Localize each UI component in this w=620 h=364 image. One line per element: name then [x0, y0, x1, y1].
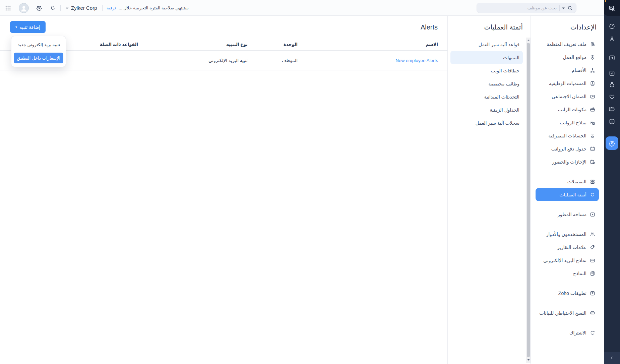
company-switcher[interactable]: Zylker Corp — [65, 0, 97, 16]
sidebar-item-label: المستخدمون والأدوار — [546, 232, 586, 237]
tasks-check-icon[interactable] — [609, 70, 616, 77]
column-header-name[interactable]: الاسم — [307, 42, 447, 47]
sidebar-item-label: مكونات الراتب — [558, 107, 586, 112]
trial-banner: ستنتهي صلاحية الفترة التجريبية خلال ... … — [107, 0, 189, 16]
menu-item-in-app-notifications[interactable]: الإشعارات داخل التطبيق — [14, 53, 63, 63]
automation-item-alerts-active[interactable]: التنبيهات — [450, 51, 523, 64]
sidebar-item-departments[interactable]: الأقسام — [536, 64, 599, 77]
sidebar-item-bank-accounts[interactable]: الحسابات المصرفية — [536, 129, 599, 142]
departments-icon — [590, 67, 596, 73]
org-profile-icon — [590, 41, 596, 47]
automation-item-label: وظائف مخصصة — [488, 81, 519, 86]
money-bag-icon[interactable] — [609, 81, 616, 88]
search-icon[interactable] — [567, 5, 573, 11]
sidebar-item-label: الإجازات والحضور — [552, 159, 586, 165]
search-divider — [559, 5, 560, 11]
sidebar-item-data-backup[interactable]: النسخ الاحتياطي للبيانات — [536, 306, 599, 319]
menu-item-new-email-alert[interactable]: تنبيه بريد إلكتروني جديد — [11, 36, 66, 47]
alert-unit-cell: الموظف — [257, 58, 307, 63]
user-avatar[interactable] — [19, 0, 29, 16]
chat-contact-icon[interactable] — [608, 4, 616, 12]
search-input[interactable] — [477, 3, 576, 13]
search-scope-caret-icon[interactable] — [562, 7, 565, 10]
app-grid-button[interactable] — [5, 0, 11, 16]
table-row[interactable]: New employee Alerts الموظف تنبيه البريد … — [0, 51, 447, 70]
heart-icon[interactable] — [609, 93, 616, 100]
automation-item-custom-functions[interactable]: وظائف مخصصة — [450, 77, 523, 90]
sidebar-item-org-profile[interactable]: ملف تعريف المنظمة — [536, 38, 599, 51]
sidebar-item-salary-templates[interactable]: نماذج الرواتب — [536, 116, 599, 129]
exit-box-icon[interactable] — [609, 54, 616, 61]
notifications-button[interactable] — [50, 0, 56, 16]
developer-space-icon — [590, 211, 596, 218]
folder-icon[interactable] — [609, 106, 616, 113]
pay-schedule-icon — [590, 146, 596, 152]
sidebar-item-designations[interactable]: المسميات الوظيفية — [536, 77, 599, 90]
sidebar-item-zoho-apps[interactable]: تطبيقات Zoho — [536, 287, 599, 300]
column-header-unit[interactable]: الوحدة — [257, 42, 307, 47]
company-name: Zylker Corp — [71, 5, 97, 11]
column-header-alert-type[interactable]: نوع التنبيه — [147, 42, 257, 47]
leave-attendance-icon — [590, 159, 596, 165]
report-tags-icon — [590, 244, 596, 250]
sidebar-item-forms[interactable]: النماذج — [536, 267, 599, 280]
sidebar-item-email-templates[interactable]: نماذج البريد الإلكتروني — [536, 254, 599, 267]
settings-rail-button-active[interactable] — [606, 136, 618, 150]
sidebar-item-leave-attendance[interactable]: الإجازات والحضور — [536, 155, 599, 168]
automation-item-workflow-logs[interactable]: سجلات آلية سير العمل — [450, 116, 523, 129]
sidebar-item-subscription[interactable]: الاشتراك — [536, 326, 599, 339]
salary-template-icon — [590, 120, 596, 126]
preferences-icon — [590, 179, 596, 185]
reports-chart-icon[interactable] — [609, 118, 616, 125]
scrollbar-thumb[interactable] — [527, 43, 530, 357]
dashboard-clock-icon[interactable] — [609, 23, 616, 30]
employee-search — [477, 3, 576, 13]
automation-item-label: سجلات آلية سير العمل — [476, 120, 519, 126]
automation-sync-icon — [590, 192, 596, 198]
sidebar-item-label: أتمتة العمليات — [559, 192, 586, 197]
rail-top-block — [604, 0, 620, 16]
alert-type-cell: تنبيه البريد الإلكتروني — [147, 58, 257, 63]
add-alert-button[interactable]: إضافة تنبيه ▾ — [10, 21, 46, 33]
settings-sidebar: الإعدادات ملف تعريف المنظمة مواقع العمل … — [531, 16, 604, 364]
automation-panel: أتمتة العمليات قواعد آلية سير العمل التن… — [447, 16, 531, 364]
automation-item-label: الجداول الزمنية — [490, 107, 519, 113]
automation-item-field-updates[interactable]: التحديثات الميدانية — [450, 90, 523, 103]
alert-name-link[interactable]: New employee Alerts — [395, 58, 438, 63]
scroll-down-arrow[interactable] — [526, 358, 531, 362]
alerts-table: الاسم الوحدة نوع التنبيه القواعد ذات الص… — [0, 38, 447, 70]
automation-item-label: التنبيهات — [503, 55, 519, 60]
sidebar-item-automation-active[interactable]: أتمتة العمليات — [536, 188, 599, 201]
sidebar-item-label: مساحة المطور — [558, 212, 586, 217]
upgrade-link[interactable]: ترقية — [107, 5, 116, 10]
automation-item-schedules[interactable]: الجداول الزمنية — [450, 103, 523, 116]
sidebar-item-work-locations[interactable]: مواقع العمل — [536, 51, 599, 64]
app-grid-icon — [5, 5, 11, 11]
automation-item-webhooks[interactable]: خطافات الويب — [450, 64, 523, 77]
sidebar-item-users-roles[interactable]: المستخدمون والأدوار — [536, 228, 599, 241]
chevron-down-icon — [65, 6, 69, 10]
sidebar-item-label: النماذج — [573, 271, 586, 276]
forms-icon — [590, 270, 596, 277]
sidebar-item-preferences[interactable]: التفضيلات — [536, 175, 599, 188]
app-window: Zylker Corp ستنتهي صلاحية الفترة التجريب… — [0, 0, 620, 364]
scroll-up-arrow[interactable] — [526, 38, 531, 43]
panel-scrollbar[interactable] — [526, 38, 531, 363]
sidebar-item-label: الأقسام — [572, 68, 586, 73]
people-icon[interactable] — [609, 35, 616, 42]
caret-down-icon: ▾ — [15, 25, 17, 29]
sidebar-item-report-tags[interactable]: علامات التقارير — [536, 241, 599, 254]
sidebar-item-developer-space[interactable]: مساحة المطور — [536, 208, 599, 221]
top-bar: Zylker Corp ستنتهي صلاحية الفترة التجريب… — [0, 0, 604, 16]
bell-icon — [50, 5, 56, 11]
sidebar-item-label: مواقع العمل — [563, 55, 586, 60]
sidebar-item-salary-components[interactable]: مكونات الراتب — [536, 103, 599, 116]
sidebar-item-label: جدول دفع الرواتب — [551, 146, 586, 151]
automation-item-workflow-rules[interactable]: قواعد آلية سير العمل — [450, 38, 523, 51]
topbar-divider — [60, 5, 61, 11]
settings-quick-button[interactable] — [36, 0, 43, 16]
collapse-rail-button[interactable] — [604, 352, 620, 364]
sidebar-item-pay-schedule[interactable]: جدول دفع الرواتب — [536, 142, 599, 155]
sidebar-item-social-security[interactable]: الضمان الاجتماعي — [536, 90, 599, 103]
avatar-person-icon — [19, 4, 28, 13]
